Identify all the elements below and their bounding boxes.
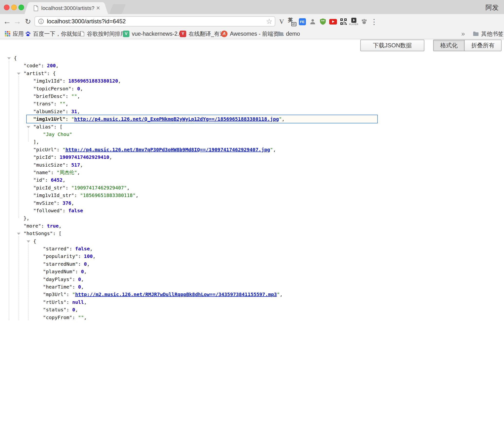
navigation-toolbar: ← → ↻ localhost:3000/artists?id=6452 ☆ V… [0,14,504,29]
bookmark-baidu[interactable]: 百度一下，你就知道 [25,29,83,39]
qrcode-extension-icon[interactable] [339,17,348,26]
json-token: [ [59,230,62,236]
back-button[interactable]: ← [2,14,12,29]
other-bookmarks-folder[interactable]: 其他书签 [473,29,504,39]
bookmark-google-sort[interactable]: 谷歌按时间排序 [80,29,126,39]
json-token: { [14,55,17,61]
json-token: , [87,261,90,267]
youtube-extension-icon[interactable] [329,17,337,26]
close-window-button[interactable] [4,5,9,10]
bookmark-demo-folder[interactable]: demo [278,29,300,39]
json-line: "picId_str": "19097417462929407", [0,184,504,192]
json-line-text: "albumSize": 31, [33,108,80,115]
json-line-text: "hearTime": 0, [43,283,84,291]
json-token: : [72,276,78,282]
download-json-button[interactable]: 下载JSON数据 [360,40,424,51]
json-token: 0 [81,269,84,274]
json-token: : [65,109,71,114]
json-line-text: "popularity": 100, [43,253,96,260]
player-extension-icon[interactable]: PLAYER [349,17,358,26]
json-token: , [81,284,84,290]
fullscreen-window-button[interactable] [18,5,24,10]
json-token: , [127,185,130,191]
json-token: , [93,253,96,259]
json-line-text: "img1v1Id_str": "18569651883380118", [33,192,139,199]
json-line: "hotSongs": [ [0,230,504,237]
json-line: "img1v1Id": 18569651883380120, [0,77,504,85]
json-line: "name": "周杰伦", [0,169,504,176]
json-token: "albumSize" [33,109,65,114]
tab-close-icon[interactable]: × [96,5,100,11]
json-line-text: "briefDesc": "", [33,93,80,100]
json-token: "code" [24,63,41,68]
collapse-all-button[interactable]: 折叠所有 [464,40,501,51]
browser-tab[interactable]: localhost:3000/artists?id=645 × [30,2,103,14]
bookmark-youdao-translate[interactable]: Y 在线翻译_有道 [180,29,225,39]
bookmark-label: demo [286,31,300,37]
player-badge [351,18,356,23]
json-token: : [65,185,71,191]
page-info-icon[interactable] [38,18,44,24]
shield-extension-icon[interactable] [319,17,327,26]
bookmark-star-icon[interactable]: ☆ [266,17,272,26]
json-line-text: { [14,54,17,62]
json-token: : [66,299,72,305]
json-token: "briefDesc" [33,93,65,99]
collapse-toggle-icon[interactable] [27,126,30,128]
json-url-link[interactable]: http://m2.music.126.net/RMJR7wDullRqppBk… [75,291,277,297]
json-token: : [41,63,47,68]
json-line: "topicPerson": 0, [0,85,504,93]
collapse-toggle-icon[interactable] [27,240,30,243]
bookmark-apps[interactable]: 应用 [5,29,24,39]
user-extension-icon[interactable] [308,17,317,26]
json-url-link[interactable]: http://p4.music.126.net/8mv7qP30Pd3oHW8b… [65,147,270,153]
json-token: , [71,200,74,206]
bookmark-vue-hackernews[interactable]: V vue-hackernews-2.0 [123,29,182,39]
minimize-window-button[interactable] [11,5,17,10]
bookmarks-overflow-button[interactable]: » [461,29,465,39]
json-token: , [77,109,80,114]
json-token: "Jay Chou" [43,131,72,137]
json-line: "briefDesc": "", [0,93,504,100]
json-token: 18569651883380120 [68,78,118,84]
json-line-text: "img1v1Id": 18569651883380120, [33,77,121,85]
json-line-text: "dayPlays": 0, [43,276,84,283]
json-url-link[interactable]: http://p4.music.126.net/Q_ExePNkmqB2yWyL… [74,116,279,122]
json-line-text: "status": 0, [43,306,78,314]
new-tab-button[interactable] [109,4,126,14]
json-line: { [0,54,504,62]
format-button[interactable]: 格式化 [434,40,464,51]
json-line-text: "mvSize": 376, [33,199,74,207]
paw-extension-icon[interactable] [360,17,369,26]
collapse-toggle-icon[interactable] [17,233,20,235]
json-token: 200 [47,63,56,68]
json-token: : [66,291,72,297]
json-line: "popularity": 100, [0,253,504,260]
json-token: " [277,291,280,297]
page-favicon-icon [34,5,38,11]
json-token: , [80,162,83,168]
json-line: "artist": { [0,70,504,77]
json-line-text: "code": 200, [24,62,59,69]
collapse-toggle-icon[interactable] [7,57,11,60]
json-line: "img1v1Url": "http://p4.music.126.net/Q_… [0,115,504,123]
reload-button[interactable]: ↻ [23,14,33,29]
fehelper-extension-icon[interactable]: FE [298,17,307,26]
translate-extension-icon[interactable]: 英 en [287,17,296,26]
json-token: , [75,307,78,313]
json-token: 0 [84,261,87,267]
json-token: : [71,86,77,92]
json-line-text: "playedNum": 0, [43,268,87,275]
collapse-toggle-icon[interactable] [17,73,20,75]
url-text[interactable]: localhost:3000/artists?id=6452 [47,18,275,25]
json-line-text: "picUrl": "http://p4.music.126.net/8mv7q… [33,146,276,153]
json-line: "alias": [ [0,123,504,131]
browser-menu-icon[interactable]: ⋮ [370,17,378,26]
json-token: "picId_str" [33,185,65,191]
address-bar[interactable]: localhost:3000/artists?id=6452 ☆ [34,16,275,26]
json-token: : [72,284,78,290]
json-line: "status": 0, [0,306,504,314]
json-token: "mvSize" [33,200,57,206]
vimium-extension-icon[interactable]: V [277,17,286,26]
bookmark-awesomes[interactable]: A Awesomes - 前端资… [221,29,285,39]
